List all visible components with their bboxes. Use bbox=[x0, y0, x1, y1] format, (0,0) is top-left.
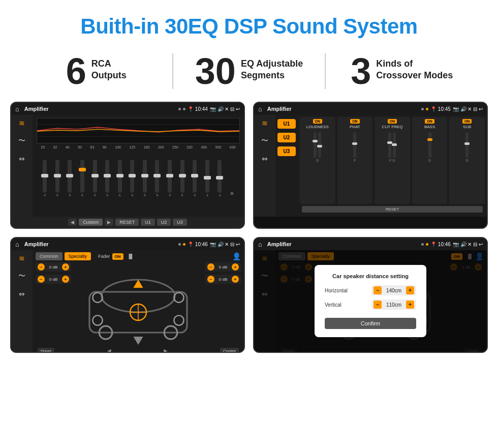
u3-button[interactable]: U3 bbox=[277, 146, 296, 156]
fd-vol-icon[interactable]: ⇔ bbox=[19, 290, 25, 298]
fader-specialty-tab[interactable]: Specialty bbox=[65, 252, 91, 260]
vol-minus-2[interactable]: − bbox=[38, 276, 45, 283]
fader-on-toggle[interactable]: ON bbox=[112, 253, 123, 260]
cx-wave-icon[interactable]: 〜 bbox=[261, 136, 268, 145]
slider-track-12[interactable] bbox=[180, 160, 184, 193]
cutfreq-values: F G bbox=[389, 159, 395, 162]
horizontal-plus-btn[interactable]: + bbox=[406, 286, 414, 294]
eq-side-icons: ≋ 〜 ⇔ bbox=[11, 115, 33, 217]
vol-row-2: − 0 dB + bbox=[36, 275, 71, 284]
eq-vol-icon[interactable]: ⇔ bbox=[19, 155, 25, 163]
fader-person-icon: 👤 bbox=[232, 252, 241, 260]
slider-track-8[interactable] bbox=[130, 160, 134, 193]
eq-prev-button[interactable]: ◀ bbox=[68, 219, 77, 226]
vol-plus-2[interactable]: + bbox=[62, 276, 69, 283]
col-bass: ON BASS G bbox=[412, 117, 448, 204]
car-diagram-area bbox=[73, 262, 203, 346]
slider-thumb-2 bbox=[54, 174, 61, 177]
fader-common-tab[interactable]: Common bbox=[36, 252, 63, 260]
slider-track-10[interactable] bbox=[155, 160, 159, 193]
vertical-plus-btn[interactable]: + bbox=[406, 301, 414, 309]
page-header: Buith-in 30EQ DSP Sound System bbox=[0, 0, 498, 48]
eq-custom-button[interactable]: Custom bbox=[79, 219, 103, 226]
vol-plus-1[interactable]: + bbox=[62, 263, 69, 271]
eq-tune-icon[interactable]: ≋ bbox=[19, 119, 25, 127]
fader-app-title: Amplifier bbox=[24, 241, 175, 247]
sub-sliders bbox=[465, 132, 469, 158]
home-icon: ⌂ bbox=[15, 105, 19, 113]
bass-values: G bbox=[428, 159, 431, 162]
slider-track-2[interactable] bbox=[55, 160, 59, 193]
loudness-label: LOUDNESS bbox=[306, 125, 329, 129]
fd-wave-icon[interactable]: 〜 bbox=[18, 272, 25, 281]
bass-on-badge: ON bbox=[425, 119, 434, 124]
slider-val-11: 0 bbox=[169, 194, 170, 197]
copilot-btn[interactable]: Copilot bbox=[220, 348, 239, 353]
slider-track-1[interactable] bbox=[43, 160, 47, 193]
cx-vol-icon[interactable]: ⇔ bbox=[262, 155, 268, 163]
slider-col-1: 0 bbox=[43, 160, 47, 197]
vol-plus-4[interactable]: + bbox=[232, 276, 239, 283]
driver-btn[interactable]: Driver bbox=[38, 348, 54, 353]
crossover-columns: ON LOUDNESS G bbox=[300, 117, 485, 204]
slider-track-13[interactable] bbox=[193, 160, 197, 193]
page-title: Buith-in 30EQ DSP Sound System bbox=[10, 14, 488, 39]
slider-track-11[interactable] bbox=[168, 160, 172, 193]
loudness-slider-2[interactable] bbox=[318, 132, 321, 158]
right-vol-controls: − 0 dB + − 0 dB + bbox=[205, 262, 241, 346]
horizontal-minus-btn[interactable]: − bbox=[374, 286, 382, 294]
phat-slider-1[interactable] bbox=[353, 132, 356, 158]
vol-plus-3[interactable]: + bbox=[232, 263, 239, 271]
crossover-icons: 📷 🔊 ✕ ⊟ ↩ bbox=[453, 106, 483, 112]
eq-app-title: Amplifier bbox=[24, 106, 175, 112]
slider-track-6[interactable] bbox=[105, 160, 109, 193]
left-arrow-icon: ◀ bbox=[107, 348, 111, 353]
crossover-columns-panel: ON LOUDNESS G bbox=[298, 115, 487, 217]
vol-minus-1[interactable]: − bbox=[38, 263, 45, 271]
crossover-side-icons: ≋ 〜 ⇔ bbox=[254, 115, 275, 217]
slider-track-7[interactable] bbox=[118, 160, 122, 193]
loudness-slider-1[interactable] bbox=[314, 132, 317, 158]
eq-status-icons: 📍 10:44 📷 🔊 ✕ ⊟ ↩ bbox=[178, 106, 240, 112]
slider-thumb-11 bbox=[166, 174, 173, 177]
eq-u2-button[interactable]: U2 bbox=[157, 219, 171, 226]
bass-sliders bbox=[428, 132, 431, 158]
eq-reset-button[interactable]: RESET bbox=[115, 219, 139, 226]
eq-content: ≋ 〜 ⇔ bbox=[11, 115, 244, 217]
slider-track-14[interactable] bbox=[205, 160, 209, 193]
crossover-app-title: Amplifier bbox=[267, 106, 418, 112]
cutfreq-slider-1[interactable] bbox=[388, 132, 391, 158]
bass-slider-1[interactable] bbox=[428, 132, 431, 158]
distance-icons: 📷 🔊 ✕ ⊟ ↩ bbox=[453, 242, 483, 247]
slider-track-3[interactable] bbox=[68, 160, 72, 193]
fader-icons: 📷 🔊 ✕ ⊟ ↩ bbox=[210, 242, 240, 247]
confirm-button[interactable]: Confirm bbox=[325, 318, 416, 329]
eq-u1-button[interactable]: U1 bbox=[141, 219, 155, 226]
dialog-row-horizontal: Horizontal − 140cm + bbox=[325, 285, 416, 295]
crossover-reset-button[interactable]: RESET bbox=[302, 206, 483, 213]
slider-thumb-9 bbox=[141, 174, 148, 177]
u1-button[interactable]: U1 bbox=[277, 119, 296, 129]
slider-track-15[interactable] bbox=[217, 160, 222, 193]
fader-main-panel: Common Specialty Fader ON ▐▌ 👤 − 0 dB + bbox=[33, 250, 244, 352]
sub-slider-1[interactable] bbox=[465, 132, 469, 158]
sub-values: G bbox=[465, 159, 468, 162]
svg-point-10 bbox=[92, 315, 102, 325]
cx-tune-icon[interactable]: ≋ bbox=[262, 119, 268, 127]
eq-wave-icon[interactable]: 〜 bbox=[18, 136, 25, 145]
u2-button[interactable]: U2 bbox=[277, 133, 296, 142]
vol-val-2: 0 dB bbox=[46, 277, 60, 282]
vol-minus-4[interactable]: − bbox=[207, 276, 214, 283]
eq-u3-button[interactable]: U3 bbox=[173, 219, 187, 226]
slider-track-5[interactable] bbox=[93, 160, 97, 193]
cutfreq-slider-2[interactable] bbox=[393, 132, 396, 158]
stats-row: 6 RCA Outputs 30 EQ Adjustable Segments … bbox=[0, 48, 498, 102]
slider-track-4[interactable] bbox=[80, 160, 84, 193]
slider-col-5: 0 bbox=[93, 160, 97, 197]
slider-col-8: 0 bbox=[130, 160, 134, 197]
eq-next-button[interactable]: ▶ bbox=[105, 219, 113, 226]
slider-track-9[interactable] bbox=[143, 160, 147, 193]
vertical-minus-btn[interactable]: − bbox=[374, 301, 382, 309]
fd-tune-icon[interactable]: ≋ bbox=[19, 254, 25, 262]
vol-minus-3[interactable]: − bbox=[207, 263, 214, 271]
